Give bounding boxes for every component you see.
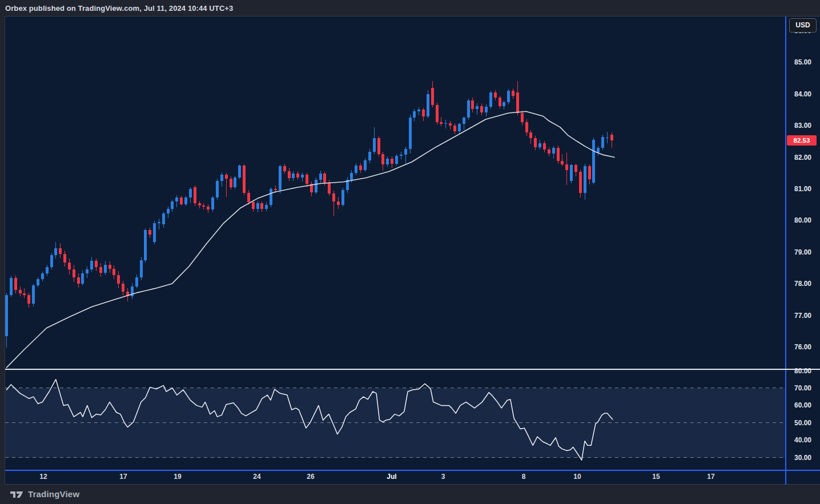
rsi-tick-label: 40.00 bbox=[786, 436, 820, 445]
time-tick-label: 19 bbox=[174, 473, 181, 481]
rsi-tick-label: 60.00 bbox=[786, 401, 820, 410]
candle-wicks-up bbox=[7, 89, 608, 348]
moving-average-line bbox=[7, 111, 615, 368]
rsi-tick-label: 80.00 bbox=[786, 366, 820, 376]
footer-bar: TradingView bbox=[0, 484, 820, 504]
time-tick-label: 17 bbox=[707, 473, 714, 481]
price-tick-label: 79.00 bbox=[786, 248, 820, 257]
rsi-tick-label: 30.00 bbox=[786, 453, 820, 462]
candlestick-chart-canvas[interactable] bbox=[5, 17, 785, 369]
time-tick-label: 26 bbox=[307, 473, 314, 481]
attribution-text: Orbex published on TradingView.com, Jul … bbox=[5, 4, 233, 13]
time-tick-label: 8 bbox=[522, 473, 526, 481]
time-tick-label: Jul bbox=[387, 473, 396, 481]
price-tick-label: 76.00 bbox=[786, 342, 820, 352]
rsi-tick-label: 50.00 bbox=[786, 418, 820, 428]
candle-bodies-up bbox=[5, 91, 609, 336]
usd-button[interactable]: USD bbox=[789, 18, 817, 33]
attribution-bar: Orbex published on TradingView.com, Jul … bbox=[0, 0, 820, 16]
time-tick-label: 3 bbox=[441, 473, 445, 481]
rsi-pane[interactable] bbox=[5, 370, 785, 470]
time-tick-label: 17 bbox=[119, 473, 127, 481]
price-tick-label: 78.00 bbox=[786, 279, 820, 288]
tradingview-logo-icon bbox=[10, 490, 24, 499]
time-tick-label: 15 bbox=[652, 473, 660, 481]
tradingview-logo-link[interactable]: TradingView bbox=[10, 489, 79, 499]
tradingview-chart-widget: USD 82.53 86.0085.0084.0083.0082.0081.00… bbox=[5, 16, 820, 484]
last-price-badge: 82.53 bbox=[787, 135, 817, 146]
price-tick-label: 81.00 bbox=[786, 184, 820, 193]
price-axis[interactable]: USD 82.53 86.0085.0084.0083.0082.0081.00… bbox=[785, 17, 820, 485]
time-tick-label: 24 bbox=[253, 473, 260, 481]
rsi-tick-label: 70.00 bbox=[786, 384, 820, 393]
rsi-chart-canvas[interactable] bbox=[5, 370, 785, 470]
price-tick-label: 80.00 bbox=[786, 216, 820, 225]
price-tick-label: 85.00 bbox=[786, 58, 820, 67]
time-axis[interactable]: 1217192426Jul38101517 bbox=[5, 470, 820, 485]
time-tick-label: 10 bbox=[573, 473, 581, 481]
time-tick-label: 12 bbox=[39, 473, 47, 481]
price-tick-label: 77.00 bbox=[786, 311, 820, 320]
price-tick-label: 83.00 bbox=[786, 121, 820, 130]
price-tick-label: 84.00 bbox=[786, 90, 820, 99]
tradingview-wordmark: TradingView bbox=[28, 489, 79, 499]
main-price-pane[interactable] bbox=[5, 17, 785, 369]
price-tick-label: 82.00 bbox=[786, 153, 820, 162]
pane-divider[interactable] bbox=[5, 369, 820, 370]
